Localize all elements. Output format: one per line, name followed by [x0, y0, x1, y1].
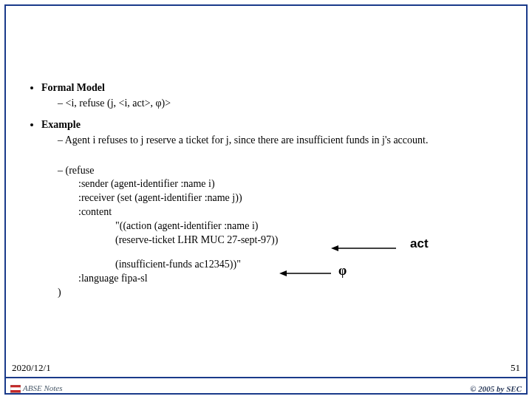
example-desc: Agent i refuses to j reserve a ticket fo… [58, 134, 517, 148]
formal-model-item: <i, refuse (j, <i, act>, φ)> [58, 97, 517, 111]
annotation-act: act [410, 236, 429, 251]
svg-marker-3 [279, 270, 287, 276]
footer-copyright: © 2005 by SEC [470, 384, 522, 393]
bullet-formal-model: Formal Model <i, refuse (j, <i, act>, φ)… [41, 81, 517, 111]
code-l2: :receiver (set (agent-identifier :name j… [58, 191, 517, 205]
slide: Formal Model <i, refuse (j, <i, act>, φ)… [0, 0, 532, 399]
slide-content: Formal Model <i, refuse (j, <i, act>, φ)… [28, 81, 517, 307]
code-l8: ) [58, 286, 517, 300]
example-sublist: Agent i refuses to j reserve a ticket fo… [41, 134, 517, 148]
formal-model-title: Formal Model [41, 82, 105, 93]
svg-rect-4 [10, 385, 21, 388]
code-l3: :content [58, 205, 517, 219]
footer-notes: ABSE Notes [10, 383, 62, 393]
code-l5: (reserve-ticket LHR MUC 27-sept-97)) [58, 233, 517, 248]
footer-frame [4, 378, 528, 395]
example-code-dash: (refuse :sender (agent-identifier :name … [41, 164, 517, 300]
example-title: Example [41, 119, 81, 130]
formal-model-sublist: <i, refuse (j, <i, act>, φ)> [41, 97, 517, 111]
code-l0: (refuse [66, 165, 95, 176]
svg-rect-5 [10, 388, 21, 391]
code-l4: "((action (agent-identifier :name i) [58, 219, 517, 233]
footer-page: 51 [511, 362, 520, 374]
code-block: :sender (agent-identifier :name i) :rece… [58, 177, 517, 299]
footer-notes-text: ABSE Notes [23, 383, 62, 392]
code-l1: :sender (agent-identifier :name i) [58, 177, 517, 191]
arrow-act [331, 245, 396, 245]
annotation-phi: φ [338, 263, 347, 279]
bullet-list: Formal Model <i, refuse (j, <i, act>, φ)… [28, 81, 517, 300]
svg-marker-1 [331, 245, 338, 251]
svg-rect-6 [10, 390, 21, 393]
flag-icon [10, 385, 21, 393]
footer-date: 2020/12/1 [12, 362, 51, 374]
arrow-phi [279, 270, 331, 270]
